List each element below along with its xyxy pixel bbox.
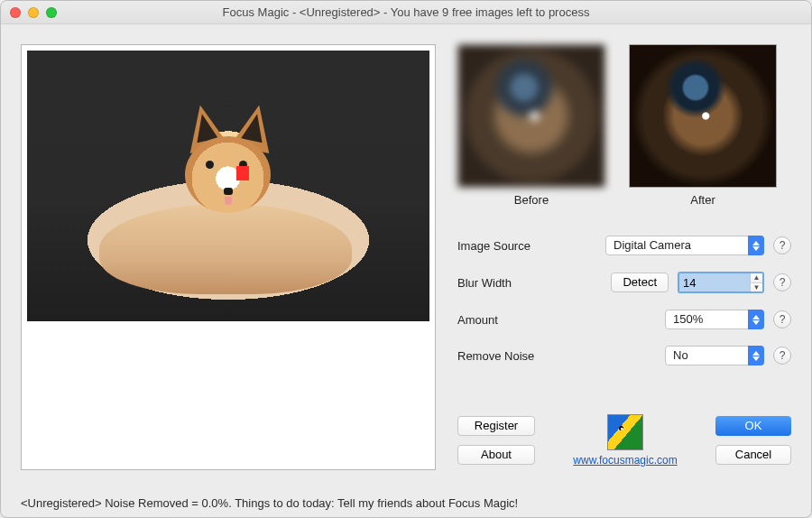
amount-help-button[interactable]: ?: [773, 310, 791, 328]
before-label: Before: [514, 193, 549, 207]
blur-width-input[interactable]: [679, 273, 750, 291]
focus-magic-window: Focus Magic - <Unregistered> - You have …: [0, 0, 812, 518]
main-image[interactable]: [27, 51, 429, 321]
remove-noise-help-button[interactable]: ?: [773, 347, 791, 365]
fox-illustration: [99, 105, 352, 303]
image-source-select[interactable]: Digital Camera: [605, 236, 764, 255]
window-controls: [1, 7, 57, 18]
detect-button[interactable]: Detect: [611, 273, 669, 292]
cancel-button[interactable]: Cancel: [715, 445, 791, 465]
window-title: Focus Magic - <Unregistered> - You have …: [1, 5, 811, 19]
focusmagic-link[interactable]: www.focusmagic.com: [573, 454, 677, 467]
zoom-icon[interactable]: [46, 7, 57, 18]
blur-width-stepper[interactable]: ▲▼: [678, 272, 764, 293]
ok-button[interactable]: OK: [715, 416, 791, 436]
amount-label: Amount: [457, 313, 575, 327]
blur-width-label: Blur Width: [457, 276, 575, 290]
status-bar: <Unregistered> Noise Removed = 0.0%. Thi…: [21, 496, 791, 510]
about-button[interactable]: About: [457, 445, 535, 465]
titlebar: Focus Magic - <Unregistered> - You have …: [1, 1, 811, 24]
register-button[interactable]: Register: [457, 416, 535, 436]
blur-width-help-button[interactable]: ?: [773, 273, 791, 291]
image-preview-pane[interactable]: [21, 44, 436, 470]
close-icon[interactable]: [10, 7, 21, 18]
remove-noise-label: Remove Noise: [457, 349, 575, 363]
remove-noise-select[interactable]: No: [665, 346, 764, 365]
image-source-help-button[interactable]: ?: [773, 236, 791, 254]
after-label: After: [690, 193, 715, 207]
amount-select[interactable]: 150%: [665, 310, 764, 329]
minimize-icon[interactable]: [28, 7, 39, 18]
before-preview[interactable]: [457, 44, 605, 188]
stepper-arrows-icon[interactable]: ▲▼: [750, 273, 762, 291]
focusmagic-logo-icon: [607, 414, 643, 450]
image-source-label: Image Source: [457, 239, 575, 253]
after-preview[interactable]: [629, 44, 777, 188]
